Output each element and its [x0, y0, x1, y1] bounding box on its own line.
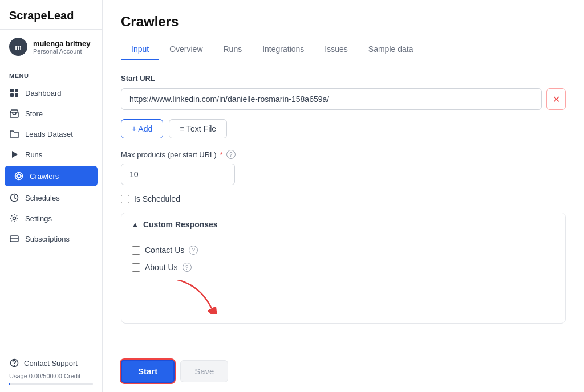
contact-us-label: Contact Us: [145, 246, 184, 255]
support-icon: [9, 358, 19, 368]
usage-bar: [9, 383, 93, 385]
sidebar-item-label: Dashboard: [25, 89, 62, 97]
contact-support-link[interactable]: Contact Support: [9, 353, 93, 373]
sidebar-item-store[interactable]: Store: [0, 103, 102, 124]
sidebar-item-label: Settings: [25, 214, 52, 223]
about-us-label: About Us: [145, 263, 178, 272]
crawlers-icon: [14, 171, 24, 181]
svg-point-17: [14, 365, 15, 366]
svg-rect-1: [15, 89, 18, 92]
card-icon: [9, 234, 19, 244]
start-url-label: Start URL: [121, 74, 566, 83]
action-row: + Add ≡ Text File: [121, 119, 566, 138]
sidebar-item-label: Crawlers: [30, 172, 59, 181]
svg-point-6: [17, 174, 21, 178]
main-nav: Dashboard Store Leads Dataset Runs Crawl…: [0, 83, 102, 249]
chevron-up-icon: ▲: [132, 220, 139, 228]
contact-support-label: Contact Support: [24, 359, 78, 368]
sidebar: ScrapeLead m mulenga britney Personal Ac…: [0, 0, 103, 392]
clear-url-button[interactable]: ✕: [546, 88, 566, 110]
folder-icon: [9, 129, 19, 139]
app-logo: ScrapeLead: [0, 0, 102, 30]
max-products-help-icon[interactable]: ?: [226, 150, 236, 159]
required-marker: *: [220, 150, 223, 159]
add-url-button[interactable]: + Add: [121, 119, 163, 138]
main-header: Crawlers Input Overview Runs Integration…: [103, 0, 584, 60]
about-us-help-icon[interactable]: ?: [182, 263, 192, 272]
tab-runs[interactable]: Runs: [213, 39, 253, 60]
main-content: Crawlers Input Overview Runs Integration…: [103, 0, 584, 392]
sidebar-item-dashboard[interactable]: Dashboard: [0, 83, 102, 103]
svg-rect-2: [10, 93, 14, 97]
user-name: mulenga britney: [33, 39, 90, 48]
menu-label: Menu: [0, 64, 102, 83]
svg-point-13: [13, 217, 16, 220]
user-role: Personal Account: [33, 48, 90, 55]
sidebar-item-label: Store: [25, 109, 43, 118]
sidebar-item-label: Leads Dataset: [25, 130, 73, 138]
custom-responses-card: ▲ Custom Responses Contact Us ? About Us…: [121, 213, 566, 324]
sidebar-item-leads[interactable]: Leads Dataset: [0, 124, 102, 144]
usage-bar-fill: [9, 383, 10, 385]
tab-input[interactable]: Input: [121, 39, 159, 60]
tab-integrations[interactable]: Integrations: [252, 39, 314, 60]
main-body: Start URL ✕ + Add ≡ Text File Max produc…: [103, 60, 584, 350]
sidebar-item-runs[interactable]: Runs: [0, 144, 102, 165]
clock-icon: [9, 193, 19, 203]
dashboard-icon: [9, 88, 19, 98]
sidebar-footer: Contact Support Usage 0.00/500.00 Credit: [0, 346, 102, 392]
sidebar-item-crawlers[interactable]: Crawlers: [5, 166, 98, 186]
start-url-input[interactable]: [121, 88, 542, 110]
svg-rect-14: [10, 236, 18, 242]
sidebar-item-label: Subscriptions: [25, 235, 70, 243]
custom-responses-body: Contact Us ? About Us ?: [121, 236, 565, 323]
contact-us-row: Contact Us ?: [132, 246, 555, 255]
about-us-checkbox[interactable]: [132, 263, 140, 272]
start-button[interactable]: Start: [121, 360, 175, 383]
sidebar-item-subscriptions[interactable]: Subscriptions: [0, 228, 102, 249]
bottom-bar: Start Save: [103, 350, 584, 392]
custom-responses-title: Custom Responses: [143, 220, 218, 229]
sidebar-item-label: Runs: [25, 150, 42, 159]
gear-icon: [9, 213, 19, 223]
save-button[interactable]: Save: [180, 360, 228, 382]
arrow-annotation: [132, 280, 555, 314]
sidebar-item-schedules[interactable]: Schedules: [0, 187, 102, 208]
is-scheduled-row: Is Scheduled: [121, 194, 566, 203]
is-scheduled-checkbox[interactable]: [121, 195, 129, 203]
custom-responses-header[interactable]: ▲ Custom Responses: [121, 213, 565, 236]
is-scheduled-label: Is Scheduled: [134, 194, 180, 203]
store-icon: [9, 108, 19, 119]
url-row: ✕: [121, 88, 566, 110]
contact-us-help-icon[interactable]: ?: [189, 246, 198, 255]
play-icon: [9, 149, 19, 160]
tab-overview[interactable]: Overview: [159, 39, 213, 60]
max-products-input[interactable]: [121, 164, 235, 185]
tab-issues[interactable]: Issues: [314, 39, 358, 60]
contact-us-checkbox[interactable]: [132, 246, 140, 255]
svg-marker-5: [12, 151, 18, 158]
tab-sample-data[interactable]: Sample data: [358, 39, 424, 60]
usage-label: Usage 0.00/500.00 Credit: [9, 373, 93, 379]
page-title: Crawlers: [121, 14, 566, 30]
user-profile: m mulenga britney Personal Account: [0, 30, 102, 64]
text-file-button[interactable]: ≡ Text File: [169, 119, 227, 138]
svg-rect-0: [10, 89, 14, 92]
svg-rect-3: [15, 93, 18, 97]
tab-bar: Input Overview Runs Integrations Issues …: [121, 39, 566, 60]
sidebar-item-settings[interactable]: Settings: [0, 208, 102, 228]
max-products-label: Max products (per start URL) * ?: [121, 150, 566, 159]
annotation-arrow: [166, 280, 257, 314]
about-us-row: About Us ?: [132, 263, 555, 272]
user-info: mulenga britney Personal Account: [33, 39, 90, 55]
sidebar-item-label: Schedules: [25, 194, 60, 202]
avatar: m: [9, 38, 27, 56]
